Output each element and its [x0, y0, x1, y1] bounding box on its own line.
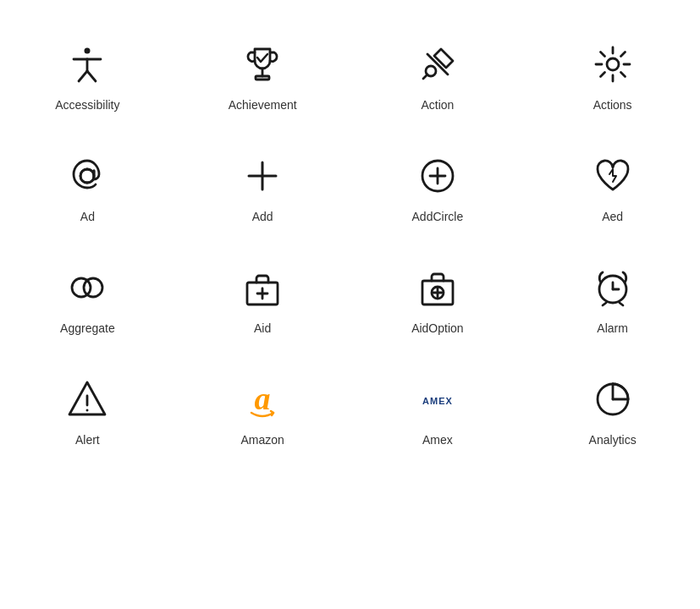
svg-text:AMEX: AMEX: [422, 396, 453, 406]
svg-line-15: [600, 52, 604, 57]
icon-cell-amazon[interactable]: a Amazon: [175, 352, 350, 464]
aggregate-icon: [65, 266, 109, 310]
action-icon: [416, 42, 460, 86]
icon-cell-amex[interactable]: AMEX Amex: [350, 352, 526, 464]
achievement-icon: [240, 42, 284, 86]
accessibility-icon: [65, 42, 109, 86]
amex-label: Amex: [422, 433, 453, 447]
ad-label: Ad: [80, 210, 95, 223]
icon-cell-aid[interactable]: Aid: [175, 240, 350, 352]
icon-cell-alarm[interactable]: Alarm: [525, 240, 700, 352]
addcircle-icon: [416, 154, 460, 198]
icon-cell-aed[interactable]: Aed: [525, 129, 700, 240]
actions-label: Actions: [593, 98, 632, 112]
addcircle-label: AddCircle: [412, 210, 464, 223]
add-label: Add: [252, 210, 273, 223]
aed-icon: [591, 154, 635, 198]
icon-grid: Accessibility Achievement: [0, 0, 700, 480]
icon-cell-addcircle[interactable]: AddCircle: [350, 129, 526, 240]
icon-cell-action[interactable]: Action: [350, 17, 526, 129]
add-icon: [240, 154, 284, 198]
aed-label: Aed: [602, 210, 623, 223]
svg-text:a: a: [255, 381, 271, 416]
aid-icon: [240, 266, 284, 310]
icon-cell-add[interactable]: Add: [175, 129, 350, 240]
ad-icon: [65, 154, 109, 198]
svg-point-0: [85, 48, 91, 54]
icon-cell-achievement[interactable]: Achievement: [175, 17, 350, 129]
svg-line-38: [620, 303, 623, 305]
svg-point-40: [86, 409, 89, 412]
icon-cell-accessibility[interactable]: Accessibility: [0, 17, 175, 129]
icon-cell-aggregate[interactable]: Aggregate: [0, 240, 175, 352]
accessibility-label: Accessibility: [55, 98, 119, 112]
svg-line-3: [79, 71, 87, 81]
analytics-label: Analytics: [589, 433, 637, 447]
action-label: Action: [421, 98, 454, 112]
icon-cell-aidoption[interactable]: AidOption: [350, 240, 526, 352]
icon-cell-analytics[interactable]: Analytics: [525, 352, 700, 464]
svg-line-37: [603, 303, 606, 305]
amex-icon: AMEX: [416, 377, 460, 421]
alarm-icon: [591, 266, 635, 310]
aid-label: Aid: [254, 321, 271, 335]
icon-cell-alert[interactable]: Alert: [0, 352, 175, 464]
amazon-label: Amazon: [240, 433, 284, 447]
alarm-label: Alarm: [597, 321, 628, 335]
icon-cell-actions[interactable]: Actions: [525, 17, 700, 129]
svg-line-7: [427, 54, 448, 74]
alert-icon: [65, 377, 109, 421]
svg-line-16: [620, 73, 625, 77]
alert-label: Alert: [75, 433, 100, 447]
svg-line-18: [600, 73, 604, 77]
aidoption-label: AidOption: [411, 321, 463, 335]
svg-line-4: [87, 71, 96, 81]
achievement-label: Achievement: [229, 98, 297, 112]
svg-line-9: [423, 74, 427, 79]
actions-icon: [591, 42, 635, 86]
analytics-icon: [591, 377, 635, 421]
aggregate-label: Aggregate: [60, 321, 115, 335]
aidoption-icon: [416, 266, 460, 310]
amazon-icon: a: [240, 377, 284, 421]
svg-point-10: [607, 58, 619, 70]
svg-line-17: [620, 52, 625, 57]
svg-rect-6: [256, 76, 269, 80]
icon-cell-ad[interactable]: Ad: [0, 129, 175, 240]
svg-point-26: [84, 278, 102, 297]
